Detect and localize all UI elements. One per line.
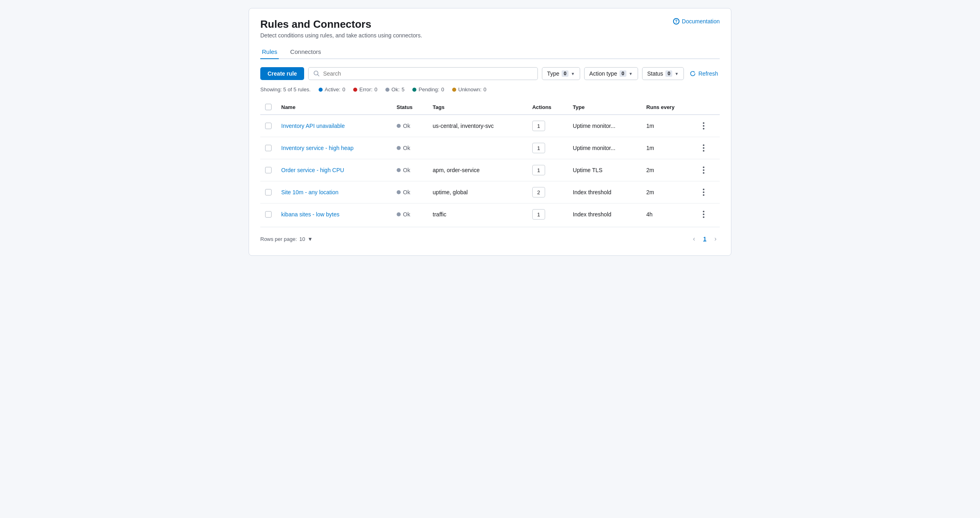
action-type-filter-button[interactable]: Action type 0 ▼ <box>584 67 638 80</box>
type-filter-button[interactable]: Type 0 ▼ <box>542 67 580 80</box>
documentation-icon: ? <box>673 18 679 25</box>
status-dot <box>397 212 401 216</box>
row-runs-every: 4h <box>642 204 695 226</box>
row-type: Index threshold <box>568 204 642 226</box>
page-number-button[interactable]: 1 <box>700 234 710 244</box>
toolbar: Create rule Type 0 ▼ Action type 0 ▼ Sta… <box>260 67 720 80</box>
status-text: Ok <box>403 145 410 151</box>
type-chevron-icon: ▼ <box>571 72 575 76</box>
actions-badge: 1 <box>532 121 545 131</box>
status-dot <box>397 124 401 128</box>
row-name: Inventory API unavailable <box>276 115 392 137</box>
row-status: Ok <box>392 159 428 181</box>
action-type-filter-badge: 0 <box>620 70 626 77</box>
status-filter-badge: 0 <box>665 70 672 77</box>
error-dot <box>353 88 357 92</box>
row-menu-button[interactable] <box>700 165 708 175</box>
row-checkbox[interactable] <box>265 145 272 151</box>
select-all-header <box>260 100 276 115</box>
unknown-label: Unknown: <box>458 86 482 92</box>
kebab-dot-2 <box>703 169 704 171</box>
tab-rules[interactable]: Rules <box>260 45 279 59</box>
create-rule-button[interactable]: Create rule <box>260 67 304 80</box>
documentation-link[interactable]: ? Documentation <box>673 18 720 25</box>
kebab-dot-1 <box>703 189 704 190</box>
error-count: 0 <box>375 86 377 92</box>
row-actions: 1 <box>527 159 568 181</box>
page-title: Rules and Connectors <box>260 18 371 31</box>
kebab-dot-1 <box>703 144 704 146</box>
col-actions: Actions <box>527 100 568 115</box>
row-menu-button[interactable] <box>700 209 708 220</box>
row-type: Uptime monitor... <box>568 137 642 159</box>
row-menu-cell <box>695 204 720 226</box>
unknown-dot <box>452 88 456 92</box>
active-dot <box>319 88 323 92</box>
svg-line-1 <box>318 75 319 76</box>
search-box[interactable] <box>308 67 538 80</box>
ok-label: Ok: <box>391 86 399 92</box>
row-actions: 2 <box>527 181 568 204</box>
row-status: Ok <box>392 181 428 204</box>
row-tags: uptime, global <box>428 181 527 204</box>
row-actions: 1 <box>527 137 568 159</box>
row-menu-button[interactable] <box>700 121 708 131</box>
row-tags: traffic <box>428 204 527 226</box>
prev-page-button[interactable]: ‹ <box>690 234 698 244</box>
pagination: ‹ 1 › <box>690 234 720 244</box>
rule-name-link[interactable]: Inventory service - high heap <box>281 145 354 151</box>
kebab-dot-2 <box>703 191 704 193</box>
row-status: Ok <box>392 137 428 159</box>
status-dot <box>397 168 401 172</box>
action-type-filter-label: Action type <box>589 70 617 77</box>
rule-name-link[interactable]: Site 10m - any location <box>281 189 338 195</box>
rows-per-page-label: Rows per page: <box>260 236 297 242</box>
refresh-button[interactable]: Refresh <box>688 68 720 80</box>
rule-name-link[interactable]: Order service - high CPU <box>281 167 344 173</box>
kebab-dot-3 <box>703 150 704 152</box>
page-header: Rules and Connectors ? Documentation <box>260 18 720 31</box>
kebab-dot-2 <box>703 147 704 149</box>
actions-badge: 2 <box>532 187 545 197</box>
col-tags: Tags <box>428 100 527 115</box>
row-checkbox[interactable] <box>265 189 272 195</box>
next-page-button[interactable]: › <box>711 234 720 244</box>
row-checkbox[interactable] <box>265 167 272 173</box>
kebab-dot-1 <box>703 166 704 168</box>
refresh-icon <box>690 70 696 77</box>
rows-per-page-control[interactable]: Rows per page: 10 ▼ <box>260 236 313 242</box>
select-all-checkbox[interactable] <box>265 104 272 110</box>
kebab-dot-2 <box>703 125 704 127</box>
rule-name-link[interactable]: Inventory API unavailable <box>281 123 345 129</box>
row-name: Order service - high CPU <box>276 159 392 181</box>
row-runs-every: 1m <box>642 137 695 159</box>
row-type: Uptime TLS <box>568 159 642 181</box>
row-menu-button[interactable] <box>700 143 708 153</box>
row-checkbox[interactable] <box>265 123 272 129</box>
row-menu-cell <box>695 181 720 204</box>
actions-badge: 1 <box>532 209 545 220</box>
tab-connectors[interactable]: Connectors <box>288 45 323 59</box>
search-icon <box>313 70 320 77</box>
error-label: Error: <box>359 86 373 92</box>
unknown-stat: Unknown: 0 <box>452 86 486 92</box>
row-menu-cell <box>695 159 720 181</box>
row-status: Ok <box>392 204 428 226</box>
row-menu-button[interactable] <box>700 187 708 197</box>
search-input[interactable] <box>323 70 533 77</box>
kebab-dot-3 <box>703 216 704 218</box>
row-checkbox[interactable] <box>265 211 272 218</box>
row-name: kibana sites - low bytes <box>276 204 392 226</box>
page-container: Rules and Connectors ? Documentation Det… <box>249 8 731 256</box>
status-filter-button[interactable]: Status 0 ▼ <box>642 67 684 80</box>
kebab-dot-3 <box>703 172 704 174</box>
col-name: Name <box>276 100 392 115</box>
row-type: Uptime monitor... <box>568 115 642 137</box>
rule-name-link[interactable]: kibana sites - low bytes <box>281 211 340 218</box>
row-tags: us-central, inventory-svc <box>428 115 527 137</box>
row-runs-every: 2m <box>642 181 695 204</box>
table-row: Inventory service - high heap Ok 1 Uptim… <box>260 137 720 159</box>
error-stat: Error: 0 <box>353 86 377 92</box>
row-checkbox-cell <box>260 115 276 137</box>
page-subtitle: Detect conditions using rules, and take … <box>260 32 720 39</box>
